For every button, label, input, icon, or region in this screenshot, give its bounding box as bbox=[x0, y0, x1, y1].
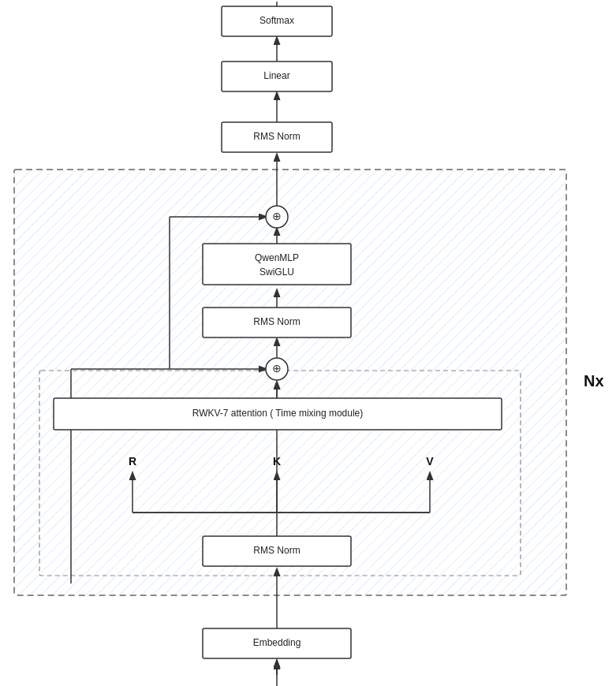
v-label: V bbox=[426, 455, 434, 468]
linear-label: Linear bbox=[263, 70, 289, 81]
qwen-mlp-label2: SwiGLU bbox=[259, 267, 294, 278]
k-label: K bbox=[273, 455, 281, 468]
plus-1: ⊕ bbox=[272, 210, 282, 222]
rms-norm-mid-label: RMS Norm bbox=[253, 316, 300, 327]
r-label: R bbox=[129, 455, 136, 468]
diagram-container: Nx bbox=[0, 0, 616, 686]
rwkv-attn-label: RWKV-7 attention ( Time mixing module) bbox=[192, 408, 364, 419]
qwen-mlp-label1: QwenMLP bbox=[255, 252, 299, 263]
plus-2: ⊕ bbox=[272, 362, 282, 375]
embedding-label: Embedding bbox=[253, 637, 301, 648]
softmax-label: Softmax bbox=[259, 15, 294, 26]
rms-norm-bot-label: RMS Norm bbox=[253, 545, 300, 556]
nx-label: Nx bbox=[584, 372, 604, 390]
qwen-mlp-box bbox=[203, 244, 351, 285]
rms-norm-top-label: RMS Norm bbox=[253, 131, 300, 142]
